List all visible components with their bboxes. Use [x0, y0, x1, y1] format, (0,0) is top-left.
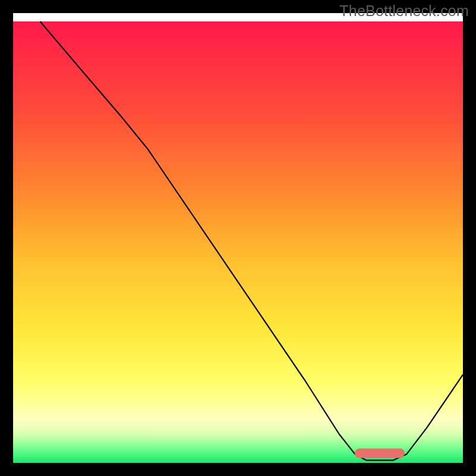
plot-background	[13, 21, 463, 463]
watermark-text: TheBottleneck.com	[340, 2, 469, 20]
bottleneck-chart	[0, 0, 476, 476]
